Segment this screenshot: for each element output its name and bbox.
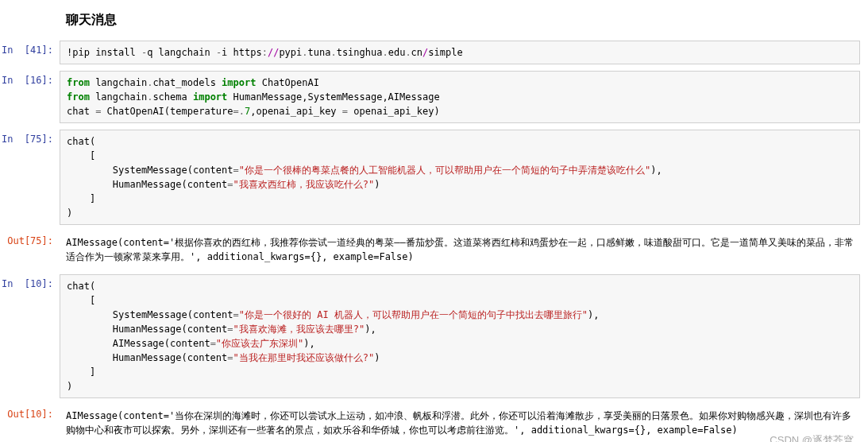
code-token: //	[268, 47, 279, 58]
cell-input: In [75]:chat( [ SystemMessage(content="你…	[0, 130, 868, 225]
code-token: cn	[411, 47, 422, 58]
cell-output: Out[75]:AIMessage(content='根据你喜欢的西红柿，我推荐…	[0, 231, 868, 268]
cell-body: !pip install -q langchain -i https://pyp…	[60, 41, 860, 64]
code-token: =	[233, 165, 239, 176]
code-token: :	[262, 47, 268, 58]
cell-body: from langchain.chat_models import ChatOp…	[60, 71, 860, 123]
code-token: "你应该去广东深圳"	[216, 338, 303, 349]
cell-input: In [16]:from langchain.chat_models impor…	[0, 71, 868, 123]
code-token: openai_api_key)	[348, 106, 440, 117]
code-token: ChatOpenAI	[256, 77, 318, 88]
code-token: chat( [ SystemMessage(content	[67, 136, 233, 176]
code-token: langchain	[90, 91, 147, 103]
code-token: .	[382, 47, 388, 58]
code-token: chat( [ SystemMessage(content	[67, 281, 233, 320]
code-token: .	[330, 47, 336, 58]
notebook: 聊天消息 In [41]:!pip install -q langchain -…	[0, 0, 868, 442]
cell-body: chat( [ SystemMessage(content="你是一个很棒的粤菜…	[60, 130, 860, 225]
cell-output: Out[10]:AIMessage(content='当你在深圳的海滩时，你还可…	[0, 405, 868, 441]
code-token: chat_models	[152, 77, 222, 88]
watermark: CSDN @逐梦苍穹	[770, 433, 854, 442]
in-prompt: In [75]:	[0, 130, 60, 145]
section-title: 聊天消息	[66, 12, 868, 29]
cells-container: In [41]:!pip install -q langchain -i htt…	[0, 41, 868, 441]
cell-input: In [41]:!pip install -q langchain -i htt…	[0, 41, 868, 64]
code-cell[interactable]: chat( [ SystemMessage(content="你是一个很棒的粤菜…	[60, 130, 860, 225]
code-token: q langchain	[147, 47, 216, 58]
code-token: tuna	[308, 47, 331, 58]
code-token: import	[222, 77, 256, 88]
code-cell[interactable]: !pip install -q langchain -i https://pyp…	[60, 41, 860, 64]
code-token: =	[227, 352, 233, 363]
code-token: =	[210, 338, 216, 349]
code-token: =	[227, 179, 233, 190]
code-token: from	[67, 91, 90, 103]
code-token: from	[67, 77, 90, 88]
code-token: "你是一个很好的 AI 机器人，可以帮助用户在一个简短的句子中找出去哪里旅行"	[239, 309, 588, 320]
code-cell[interactable]: from langchain.chat_models import ChatOp…	[60, 71, 860, 123]
in-prompt: In [10]:	[0, 274, 60, 289]
output-body: AIMessage(content='根据你喜欢的西红柿，我推荐你尝试一道经典的…	[60, 231, 860, 268]
code-token: "你是一个很棒的粤菜点餐的人工智能机器人，可以帮助用户在一个简短的句子中弄清楚该…	[239, 165, 650, 176]
code-token: =	[233, 309, 239, 320]
output-text: AIMessage(content='根据你喜欢的西红柿，我推荐你尝试一道经典的…	[60, 231, 860, 268]
code-token: pypi	[279, 47, 302, 58]
code-token: .	[405, 47, 411, 58]
output-text: AIMessage(content='当你在深圳的海滩时，你还可以尝试水上运动，…	[60, 405, 860, 441]
output-body: AIMessage(content='当你在深圳的海滩时，你还可以尝试水上运动，…	[60, 405, 860, 441]
out-prompt: Out[75]:	[0, 231, 60, 246]
out-prompt: Out[10]:	[0, 405, 60, 420]
cell-body: chat( [ SystemMessage(content="你是一个很好的 A…	[60, 274, 860, 398]
code-token: "我喜欢西红柿，我应该吃什么?"	[233, 179, 375, 190]
code-token: ChatOpenAI(temperature	[101, 106, 233, 117]
code-token: langchain	[90, 77, 147, 88]
in-prompt: In [16]:	[0, 71, 60, 86]
code-token: pip install	[72, 47, 141, 58]
in-prompt: In [41]:	[0, 41, 60, 56]
code-token: i https	[222, 47, 262, 58]
code-token: tsinghua	[337, 47, 383, 58]
code-token: schema	[152, 91, 193, 103]
code-token: ,openai_api_key	[250, 106, 342, 117]
cell-input: In [10]:chat( [ SystemMessage(content="你…	[0, 274, 868, 398]
code-token: import	[193, 91, 227, 103]
code-token: =	[227, 324, 233, 335]
code-token: =	[342, 106, 348, 117]
code-token: HumanMessage,SystemMessage,AIMessage	[227, 91, 439, 103]
code-token: .	[302, 47, 307, 58]
code-token: "当我在那里时我还应该做什么?"	[233, 352, 375, 363]
code-token: "我喜欢海滩，我应该去哪里?"	[233, 324, 365, 335]
code-cell[interactable]: chat( [ SystemMessage(content="你是一个很好的 A…	[60, 274, 860, 398]
code-token: chat	[67, 106, 95, 117]
code-token: simple	[428, 47, 462, 58]
code-token: edu	[388, 47, 406, 58]
code-token: =.	[233, 106, 245, 117]
